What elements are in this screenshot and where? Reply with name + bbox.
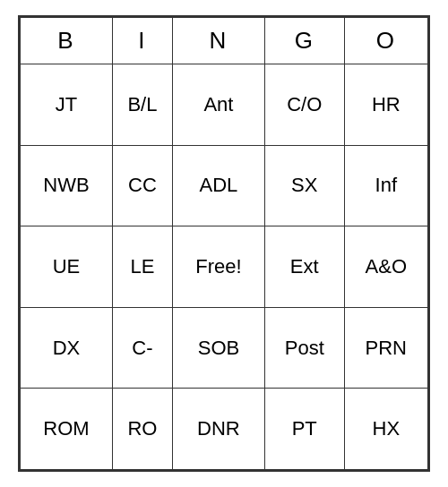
col-o: O (344, 18, 427, 64)
col-g: G (264, 18, 344, 64)
cell-4-0: ROM (21, 389, 113, 470)
col-b: B (21, 18, 113, 64)
cell-4-2: DNR (172, 389, 264, 470)
table-row: NWBCCADLSXInf (21, 145, 428, 226)
cell-1-4: Inf (344, 145, 427, 226)
header-row: B I N G O (21, 18, 428, 64)
cell-4-1: RO (112, 389, 172, 470)
cell-3-2: SOB (172, 307, 264, 389)
cell-0-2: Ant (172, 64, 264, 146)
cell-4-4: HX (344, 389, 427, 470)
cell-1-2: ADL (172, 145, 264, 226)
col-i: I (112, 18, 172, 64)
cell-4-3: PT (264, 389, 344, 470)
table-row: JTB/LAntC/OHR (21, 64, 428, 146)
cell-0-4: HR (344, 64, 427, 146)
cell-2-4: A&O (344, 226, 427, 308)
cell-0-1: B/L (112, 64, 172, 146)
table-row: DXC-SOBPostPRN (21, 307, 428, 389)
cell-3-0: DX (21, 307, 113, 389)
cell-1-3: SX (264, 145, 344, 226)
cell-2-2: Free! (172, 226, 264, 308)
cell-3-1: C- (112, 307, 172, 389)
cell-0-3: C/O (264, 64, 344, 146)
cell-2-1: LE (112, 226, 172, 308)
col-n: N (172, 18, 264, 64)
bingo-table: B I N G O JTB/LAntC/OHRNWBCCADLSXInfUELE… (20, 17, 428, 470)
cell-3-4: PRN (344, 307, 427, 389)
cell-0-0: JT (21, 64, 113, 146)
cell-2-3: Ext (264, 226, 344, 308)
cell-3-3: Post (264, 307, 344, 389)
cell-1-0: NWB (21, 145, 113, 226)
cell-2-0: UE (21, 226, 113, 308)
table-row: ROMRODNRPTHX (21, 389, 428, 470)
cell-1-1: CC (112, 145, 172, 226)
table-row: UELEFree!ExtA&O (21, 226, 428, 308)
bingo-card: B I N G O JTB/LAntC/OHRNWBCCADLSXInfUELE… (18, 15, 430, 472)
